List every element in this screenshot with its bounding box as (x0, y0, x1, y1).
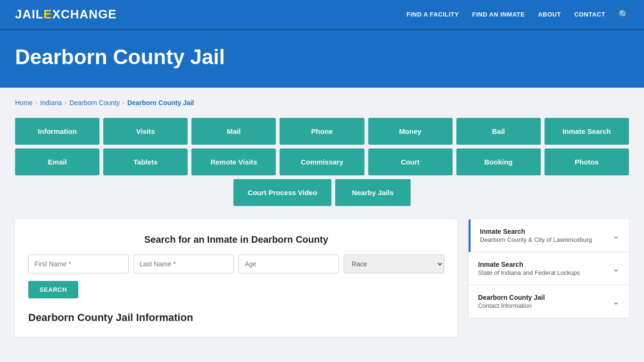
nav-find-facility[interactable]: FIND A FACILITY (406, 11, 459, 18)
content-wrapper: Home › Indiana › Dearborn County › Dearb… (0, 88, 644, 348)
button-grid-row3: Court Process Video Nearby Jails (15, 179, 629, 206)
button-grid-row2: Email Tablets Remote Visits Commissary C… (15, 148, 629, 175)
chevron-icon-1: ⌄ (612, 230, 619, 241)
nav-about[interactable]: ABOUT (538, 11, 561, 18)
breadcrumb-sep3: › (123, 99, 124, 106)
search-fields: Race White Black Hispanic Asian Other (28, 255, 444, 273)
sidebar: Inmate Search Dearborn County & City of … (469, 219, 629, 318)
btn-nearby-jails[interactable]: Nearby Jails (335, 179, 411, 206)
breadcrumb: Home › Indiana › Dearborn County › Dearb… (15, 99, 629, 107)
search-panel-title: Search for an Inmate in Dearborn County (28, 234, 444, 245)
btn-remote-visits[interactable]: Remote Visits (191, 148, 276, 175)
header-search-icon[interactable]: 🔍 (619, 9, 629, 20)
page-title: Dearborn County Jail (15, 45, 629, 69)
inmate-search-panel: Search for an Inmate in Dearborn County … (15, 219, 457, 337)
btn-information[interactable]: Information (15, 118, 99, 145)
btn-money[interactable]: Money (368, 118, 453, 145)
race-select[interactable]: Race White Black Hispanic Asian Other (344, 255, 444, 273)
search-button[interactable]: SEARCH (28, 281, 78, 298)
breadcrumb-sep1: › (35, 99, 37, 106)
breadcrumb-current: Dearborn County Jail (127, 99, 194, 107)
sidebar-item-contact-info[interactable]: Dearborn County Jail Contact Information… (469, 285, 629, 318)
btn-photos[interactable]: Photos (545, 148, 629, 175)
sidebar-item-title-2: Inmate Search (478, 261, 580, 268)
sidebar-item-subtitle-1: Dearborn County & City of Lawrenceburg (480, 236, 592, 243)
breadcrumb-dearborn-county[interactable]: Dearborn County (69, 99, 120, 107)
btn-bail[interactable]: Bail (456, 118, 541, 145)
sidebar-item-title-1: Inmate Search (480, 228, 592, 235)
btn-visits[interactable]: Visits (103, 118, 188, 145)
btn-email[interactable]: Email (15, 148, 99, 175)
last-name-input[interactable] (133, 255, 234, 273)
breadcrumb-home[interactable]: Home (15, 99, 33, 107)
site-logo[interactable]: JAILEXCHANGE (15, 7, 117, 22)
btn-booking[interactable]: Booking (456, 148, 541, 175)
first-name-input[interactable] (28, 255, 129, 273)
btn-mail[interactable]: Mail (191, 118, 276, 145)
button-grid-row1: Information Visits Mail Phone Money Bail… (15, 118, 629, 145)
nav-contact[interactable]: CONTACT (574, 11, 605, 18)
btn-inmate-search[interactable]: Inmate Search (545, 118, 629, 145)
bottom-section: Search for an Inmate in Dearborn County … (15, 219, 629, 337)
sidebar-item-dearborn-search[interactable]: Inmate Search Dearborn County & City of … (469, 219, 629, 252)
breadcrumb-sep2: › (65, 99, 66, 106)
sidebar-item-title-3: Dearborn County Jail (478, 294, 545, 301)
sidebar-item-left-2: Inmate Search State of Indiana and Feder… (478, 261, 580, 276)
btn-court-process-video[interactable]: Court Process Video (233, 179, 331, 206)
age-input[interactable] (239, 255, 339, 273)
btn-court[interactable]: Court (368, 148, 453, 175)
main-nav: FIND A FACILITY FIND AN INMATE ABOUT CON… (406, 9, 629, 20)
sidebar-item-left-1: Inmate Search Dearborn County & City of … (480, 228, 592, 243)
chevron-icon-2: ⌄ (612, 263, 619, 274)
sidebar-item-subtitle-2: State of Indiana and Federal Lockups (478, 269, 580, 276)
sidebar-item-indiana-search[interactable]: Inmate Search State of Indiana and Feder… (469, 252, 629, 285)
site-header: JAILEXCHANGE FIND A FACILITY FIND AN INM… (0, 0, 644, 30)
breadcrumb-indiana[interactable]: Indiana (40, 99, 62, 107)
chevron-icon-3: ⌄ (612, 296, 619, 307)
btn-commissary[interactable]: Commissary (280, 148, 364, 175)
btn-phone[interactable]: Phone (280, 118, 364, 145)
btn-tablets[interactable]: Tablets (103, 148, 188, 175)
nav-find-inmate[interactable]: FIND AN INMATE (472, 11, 525, 18)
info-section-title: Dearborn County Jail Information (28, 312, 444, 324)
sidebar-item-left-3: Dearborn County Jail Contact Information (478, 294, 545, 309)
sidebar-item-subtitle-3: Contact Information (478, 302, 545, 309)
hero-section: Dearborn County Jail (0, 30, 644, 88)
